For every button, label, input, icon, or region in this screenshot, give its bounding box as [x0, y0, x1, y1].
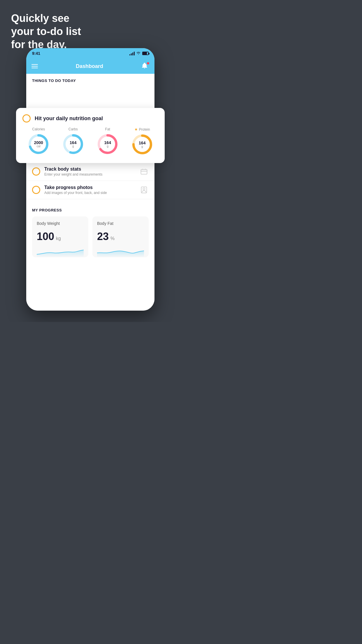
protein-value: 164	[139, 141, 145, 145]
calories-donut: 2000 cal	[27, 133, 50, 155]
calories-unit: cal	[34, 145, 43, 148]
hamburger-menu[interactable]	[31, 64, 38, 68]
calories-value: 2000	[34, 141, 43, 145]
svg-point-3	[143, 188, 145, 190]
carbs-value: 164	[70, 141, 76, 145]
status-icons	[129, 51, 149, 56]
signal-icon	[129, 51, 135, 55]
star-icon: ★	[134, 127, 138, 132]
body-fat-card: Body Fat 23 %	[92, 216, 149, 257]
progress-cards: Body Weight 100 kg	[32, 216, 149, 257]
nutrition-fat: Fat 164 g	[96, 127, 119, 155]
battery-icon	[142, 52, 149, 55]
todo-text-photos: Take progress photos Add images of your …	[44, 185, 135, 195]
calories-label: Calories	[32, 127, 45, 131]
fat-unit: g	[104, 145, 111, 148]
nutrition-carbs: Carbs 164 g	[62, 127, 84, 155]
status-bar: 9:41	[26, 48, 154, 59]
body-fat-value-row: 23 %	[97, 230, 144, 243]
todo-item-body-stats[interactable]: Track body stats Enter your weight and m…	[26, 162, 154, 181]
nutrition-protein: ★ Protein 164 g	[131, 127, 153, 155]
body-fat-chart	[97, 246, 144, 257]
notification-bell[interactable]	[141, 62, 149, 70]
hero-text: Quickly see your to-do list for the day.	[11, 12, 81, 51]
protein-donut: 164 g	[131, 133, 153, 155]
body-fat-title: Body Fat	[97, 221, 144, 226]
todo-text-body-stats: Track body stats Enter your weight and m…	[44, 167, 135, 176]
nutrition-radio[interactable]	[22, 114, 31, 123]
portrait-icon	[139, 185, 149, 195]
carbs-unit: g	[70, 145, 76, 148]
body-weight-unit: kg	[56, 236, 61, 241]
carbs-donut: 164 g	[62, 133, 84, 155]
nav-bar: Dashboard	[26, 59, 154, 74]
nutrition-card-header: Hit your daily nutrition goal	[22, 114, 158, 123]
status-time: 9:41	[32, 51, 40, 56]
things-to-do-header: THINGS TO DO TODAY	[26, 74, 154, 86]
wifi-icon	[136, 51, 141, 56]
todo-radio-photos[interactable]	[32, 186, 40, 194]
body-weight-value-row: 100 kg	[37, 230, 84, 243]
body-weight-card: Body Weight 100 kg	[32, 216, 88, 257]
phone-mockup: 9:41 Dashboard	[26, 48, 154, 311]
body-fat-value: 23	[97, 230, 109, 243]
notification-dot	[147, 62, 149, 64]
nutrition-card: Hit your daily nutrition goal Calories 2…	[16, 108, 165, 163]
todo-radio-body-stats[interactable]	[32, 167, 40, 176]
progress-header: MY PROGRESS	[32, 208, 149, 212]
body-fat-unit: %	[110, 236, 115, 241]
fat-donut: 164 g	[96, 133, 119, 155]
body-weight-value: 100	[37, 230, 54, 243]
todo-sub-photos: Add images of your front, back, and side	[44, 191, 135, 195]
body-weight-title: Body Weight	[37, 221, 84, 226]
fat-value: 164	[104, 141, 111, 145]
todo-sub-body-stats: Enter your weight and measurements	[44, 172, 135, 176]
nutrition-calories: Calories 2000 cal	[27, 127, 50, 155]
todo-item-photos[interactable]: Take progress photos Add images of your …	[26, 181, 154, 199]
carbs-label: Carbs	[68, 127, 78, 131]
nutrition-card-title: Hit your daily nutrition goal	[35, 116, 103, 122]
protein-unit: g	[139, 145, 145, 148]
todo-title-body-stats: Track body stats	[44, 167, 135, 172]
todo-title-photos: Take progress photos	[44, 185, 135, 190]
nutrition-grid: Calories 2000 cal Carbs	[22, 127, 158, 155]
protein-label: ★ Protein	[134, 127, 150, 132]
fat-label: Fat	[105, 127, 110, 131]
svg-rect-1	[141, 169, 147, 174]
scale-icon	[139, 167, 149, 176]
nav-title: Dashboard	[76, 63, 103, 69]
body-weight-chart	[37, 246, 84, 257]
